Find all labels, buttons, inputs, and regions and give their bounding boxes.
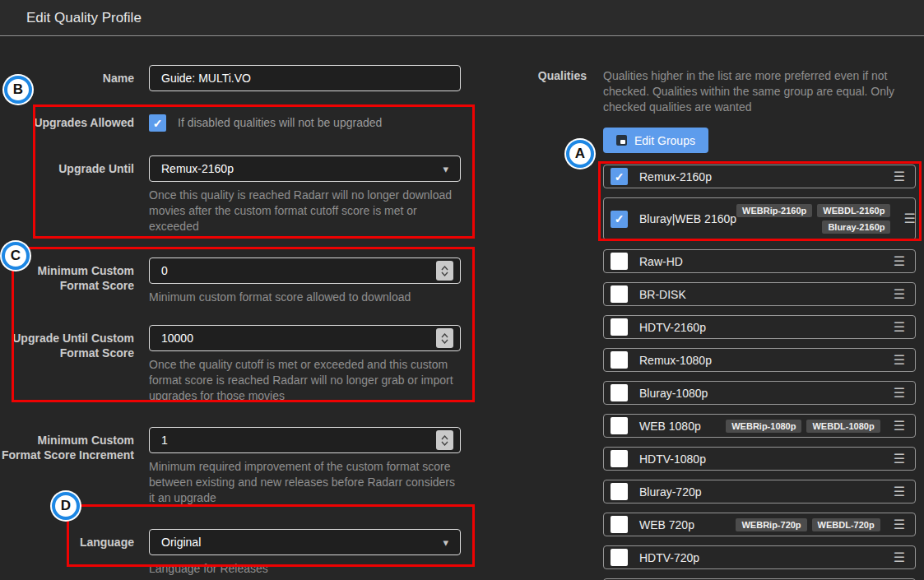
- quality-item[interactable]: WEB 720pWEBRip-720pWEBDL-720p☰: [603, 513, 916, 536]
- quality-checkbox[interactable]: [611, 384, 628, 401]
- drag-handle-icon[interactable]: ☰: [894, 420, 905, 433]
- name-row: Name Guide: MULTi.VO: [0, 65, 502, 91]
- quality-badges: WEBRip-720pWEBDL-720p: [736, 518, 880, 531]
- quality-item[interactable]: Bluray-1080p☰: [603, 381, 916, 405]
- language-value: Original: [161, 536, 443, 549]
- quality-item[interactable]: HDTV-720p☰: [603, 545, 916, 569]
- language-select[interactable]: Original ▾: [149, 529, 461, 555]
- spinner-down-icon: [441, 271, 448, 276]
- drag-handle-icon[interactable]: ☰: [894, 288, 905, 301]
- quality-checkbox[interactable]: [611, 351, 628, 369]
- quality-checkbox[interactable]: [611, 549, 628, 566]
- drag-handle-icon[interactable]: ☰: [903, 212, 915, 225]
- quality-item[interactable]: Bluray-720p☰: [603, 480, 916, 503]
- upgrade-until-cf-score-row: Upgrade Until Custom Format Score 10000 …: [0, 325, 502, 404]
- spinner-down-icon: [441, 441, 448, 446]
- quality-item[interactable]: HDTV-2160p☰: [603, 315, 916, 339]
- quality-badge: WEBRip-720p: [736, 518, 806, 531]
- drag-handle-icon[interactable]: ☰: [894, 485, 905, 499]
- quality-item[interactable]: ✓Bluray|WEB 2160pWEBRip-2160pWEBDL-2160p…: [603, 197, 916, 240]
- drag-handle-icon[interactable]: ☰: [894, 354, 905, 367]
- upgrades-allowed-label: Upgrades Allowed: [0, 113, 149, 132]
- upgrades-allowed-help: If disabled qualities will not be upgrad…: [178, 115, 382, 131]
- upgrade-until-select[interactable]: Remux-2160p ▾: [149, 155, 461, 182]
- min-cf-score-increment-row: Minimum Custom Format Score Increment 1 …: [0, 427, 502, 506]
- quality-checkbox[interactable]: [611, 483, 628, 500]
- quality-name: Remux-1080p: [639, 354, 712, 367]
- qualities-section: Qualities Qualities higher in the list a…: [527, 68, 920, 580]
- upgrade-until-cf-score-help: Once the quality cutoff is met or exceed…: [149, 357, 461, 404]
- min-cf-score-row: Minimum Custom Format Score 0 Minimum cu…: [0, 258, 502, 305]
- drag-handle-icon[interactable]: ☰: [894, 518, 905, 531]
- chevron-down-icon: ▾: [443, 536, 448, 549]
- number-spinner[interactable]: [436, 430, 453, 450]
- spinner-down-icon: [441, 339, 448, 344]
- modal-header: Edit Quality Profile: [0, 0, 924, 36]
- language-label: Language: [0, 529, 149, 577]
- min-cf-score-value: 0: [161, 264, 436, 277]
- number-spinner[interactable]: [436, 328, 453, 348]
- drag-handle-icon[interactable]: ☰: [894, 255, 905, 268]
- min-cf-score-increment-input[interactable]: 1: [149, 427, 461, 453]
- min-cf-score-increment-label: Minimum Custom Format Score Increment: [0, 427, 149, 506]
- edit-groups-button[interactable]: Edit Groups: [603, 128, 708, 153]
- quality-name: BR-DISK: [639, 288, 686, 301]
- quality-checkbox[interactable]: [611, 516, 628, 533]
- number-spinner[interactable]: [436, 261, 453, 281]
- upgrade-until-cf-score-label: Upgrade Until Custom Format Score: [0, 325, 149, 404]
- language-help: Language for Releases: [149, 561, 461, 577]
- quality-checkbox[interactable]: [611, 417, 628, 434]
- qualities-help: Qualities higher in the list are more pr…: [603, 68, 916, 115]
- drag-handle-icon[interactable]: ☰: [894, 551, 905, 564]
- drag-handle-icon[interactable]: ☰: [894, 452, 905, 466]
- drag-handle-icon[interactable]: ☰: [894, 170, 905, 183]
- quality-name: HDTV-720p: [639, 551, 699, 564]
- page-title: Edit Quality Profile: [26, 10, 142, 26]
- quality-item[interactable]: Raw-HD☰: [603, 249, 916, 273]
- quality-checkbox[interactable]: ✓: [611, 211, 628, 228]
- quality-name: Remux-2160p: [639, 170, 712, 183]
- quality-checkbox[interactable]: [611, 253, 628, 270]
- quality-badge: WEBDL-720p: [812, 518, 880, 531]
- quality-checkbox[interactable]: [611, 450, 628, 467]
- quality-name: WEB 720p: [639, 518, 694, 531]
- quality-checkbox[interactable]: [611, 318, 628, 336]
- min-cf-score-label: Minimum Custom Format Score: [0, 258, 149, 305]
- quality-badges: WEBRip-1080pWEBDL-1080p: [726, 420, 880, 433]
- quality-item[interactable]: Remux-1080p☰: [603, 348, 916, 372]
- profile-form: Name Guide: MULTi.VO Upgrades Allowed ✓ …: [0, 37, 502, 577]
- quality-item[interactable]: ✓Remux-2160p☰: [603, 165, 916, 188]
- quality-name: Bluray-720p: [639, 485, 702, 499]
- spinner-up-icon: [441, 266, 448, 271]
- upgrade-until-cf-score-input[interactable]: 10000: [149, 325, 461, 351]
- drag-handle-icon[interactable]: ☰: [894, 321, 905, 334]
- upgrades-allowed-checkbox[interactable]: ✓: [149, 114, 166, 132]
- quality-item[interactable]: WEB 1080pWEBRip-1080pWEBDL-1080p☰: [603, 414, 916, 438]
- min-cf-score-increment-help: Minimum required improvement of the cust…: [149, 459, 461, 506]
- language-row: Language Original ▾ Language for Release…: [0, 529, 502, 577]
- name-input[interactable]: Guide: MULTi.VO: [149, 65, 461, 91]
- quality-list: ✓Remux-2160p☰✓Bluray|WEB 2160pWEBRip-216…: [603, 165, 916, 580]
- qualities-label: Qualities: [527, 68, 587, 580]
- quality-checkbox[interactable]: ✓: [611, 168, 628, 185]
- quality-badge: WEBDL-2160p: [817, 204, 890, 217]
- chevron-down-icon: ▾: [443, 163, 448, 175]
- upgrade-until-value: Remux-2160p: [161, 162, 443, 175]
- quality-name: Bluray|WEB 2160p: [639, 212, 736, 225]
- quality-badge: WEBDL-1080p: [806, 420, 880, 433]
- ungroup-icon: [616, 135, 627, 146]
- quality-badge: WEBRip-1080p: [726, 420, 801, 433]
- quality-checkbox[interactable]: [611, 285, 628, 303]
- spinner-up-icon: [441, 333, 448, 338]
- upgrade-until-cf-score-value: 10000: [161, 332, 436, 345]
- spinner-up-icon: [441, 435, 448, 440]
- quality-name: Raw-HD: [639, 255, 683, 268]
- quality-name: WEB 1080p: [639, 420, 701, 433]
- drag-handle-icon[interactable]: ☰: [894, 387, 905, 400]
- quality-name: Bluray-1080p: [639, 387, 708, 400]
- quality-item[interactable]: HDTV-1080p☰: [603, 447, 916, 471]
- quality-name: HDTV-1080p: [639, 452, 706, 466]
- quality-item[interactable]: BR-DISK☰: [603, 282, 916, 306]
- upgrades-allowed-row: Upgrades Allowed ✓ If disabled qualities…: [0, 113, 502, 132]
- min-cf-score-input[interactable]: 0: [149, 258, 461, 284]
